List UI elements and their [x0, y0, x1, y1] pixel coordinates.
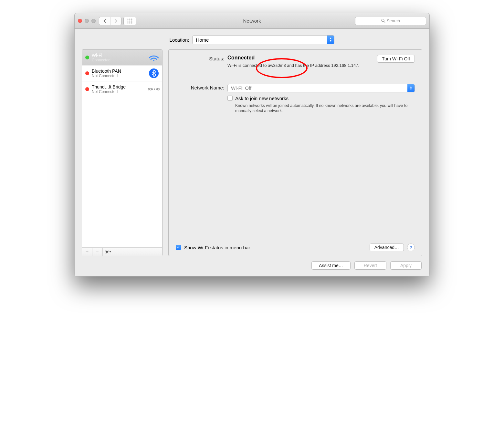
panel-bottom-row: ✓ Show Wi-Fi status in menu bar Advanced… [176, 244, 415, 251]
service-name: Bluetooth PAN [92, 68, 145, 74]
location-row: Location: Home ▲▼ [82, 35, 422, 44]
service-status: Not Connected [92, 89, 145, 94]
traffic-lights [78, 19, 96, 23]
network-name-label: Network Name: [176, 84, 227, 90]
network-name-value: Wi-Fi: Off [231, 85, 251, 91]
status-row: Status: Connected Wi-Fi is connected to … [176, 55, 415, 68]
network-prefpane-window: Network Search Location: Home ▲▼ [74, 13, 430, 276]
revert-button[interactable]: Revert [354, 261, 386, 270]
stepper-icon: ▲▼ [407, 84, 415, 92]
chevron-right-icon [114, 19, 117, 23]
network-name-row: Network Name: Wi-Fi: Off ▲▼ Ask to join … [176, 84, 415, 114]
status-dot-icon [85, 87, 89, 91]
show-wifi-status-checkbox[interactable]: ✓ [176, 245, 181, 250]
location-value: Home [196, 37, 209, 43]
status-value: Connected [227, 55, 372, 61]
turn-wifi-off-button[interactable]: Turn Wi-Fi Off [377, 55, 415, 63]
services-sidebar: Wi-Fi Connected Bluetooth PAN Not Conn [82, 49, 163, 256]
nav-button-group [99, 17, 121, 25]
svg-point-4 [129, 20, 130, 21]
svg-point-5 [131, 20, 132, 21]
status-description: Wi-Fi is connected to aw3s0m3 and has th… [227, 63, 372, 68]
service-item-thunderbolt[interactable]: Thund…lt Bridge Not Connected [82, 81, 162, 97]
service-details-panel: Status: Connected Wi-Fi is connected to … [168, 49, 422, 256]
ask-to-join-label: Ask to join new networks [235, 96, 415, 101]
thunderbolt-bridge-icon [148, 83, 160, 95]
remove-service-button[interactable]: − [92, 248, 103, 256]
svg-point-11 [153, 60, 154, 61]
service-text: Bluetooth PAN Not Connected [92, 68, 145, 78]
network-name-popup[interactable]: Wi-Fi: Off ▲▼ [227, 84, 415, 92]
svg-point-2 [131, 18, 132, 19]
service-item-bluetooth[interactable]: Bluetooth PAN Not Connected [82, 66, 162, 81]
bluetooth-icon [148, 67, 160, 79]
svg-point-13 [150, 88, 152, 90]
svg-point-7 [129, 22, 130, 23]
svg-point-8 [131, 22, 132, 23]
svg-point-1 [129, 18, 130, 19]
svg-line-23 [105, 250, 106, 251]
service-status: Connected [92, 58, 145, 62]
forward-button[interactable] [110, 17, 121, 25]
annotation-circle [256, 58, 308, 78]
service-text: Wi-Fi Connected [92, 53, 145, 62]
show-all-prefs-button[interactable] [123, 17, 136, 25]
service-status: Not Connected [92, 74, 145, 78]
ask-to-join-description: Known networks will be joined automatica… [235, 103, 415, 114]
window-footer: Assist me… Revert Apply [82, 256, 422, 270]
search-icon [381, 19, 385, 23]
chevron-left-icon [103, 19, 106, 23]
svg-point-9 [382, 19, 384, 22]
svg-line-10 [384, 21, 385, 23]
svg-point-3 [127, 20, 128, 21]
close-window-button[interactable] [78, 19, 82, 23]
search-placeholder: Search [387, 18, 400, 23]
apply-button[interactable]: Apply [390, 261, 422, 270]
service-item-wifi[interactable]: Wi-Fi Connected [82, 50, 162, 66]
back-button[interactable] [99, 17, 110, 25]
svg-point-16 [154, 89, 155, 89]
grid-icon [127, 18, 132, 24]
service-actions-menu[interactable] [103, 248, 113, 256]
ask-to-join-checkbox[interactable] [227, 96, 233, 101]
svg-line-25 [105, 253, 106, 253]
svg-point-14 [157, 88, 159, 90]
assist-me-button[interactable]: Assist me… [311, 261, 351, 270]
advanced-button[interactable]: Advanced… [370, 244, 404, 251]
help-button[interactable]: ? [407, 244, 415, 251]
titlebar: Network Search [75, 13, 429, 29]
svg-point-0 [127, 18, 128, 19]
location-popup[interactable]: Home ▲▼ [192, 35, 334, 44]
service-name: Thund…lt Bridge [92, 84, 145, 89]
svg-line-26 [108, 250, 108, 251]
ask-to-join-row: Ask to join new networks Known networks … [227, 96, 415, 114]
wifi-icon [148, 52, 160, 63]
add-service-button[interactable]: ＋ [82, 248, 92, 256]
svg-point-18 [106, 251, 108, 253]
gear-icon [105, 250, 111, 254]
stepper-icon: ▲▼ [327, 36, 334, 44]
sidebar-footer: ＋ − [82, 247, 162, 256]
minimize-window-button[interactable] [85, 19, 89, 23]
search-field[interactable]: Search [355, 17, 426, 25]
zoom-window-button[interactable] [91, 19, 96, 23]
svg-point-15 [152, 89, 153, 89]
svg-point-17 [156, 89, 157, 89]
status-dot-icon [85, 71, 89, 75]
status-dot-icon [85, 56, 89, 59]
services-list: Wi-Fi Connected Bluetooth PAN Not Conn [82, 50, 162, 247]
service-name: Wi-Fi [92, 53, 145, 58]
status-label: Status: [176, 55, 227, 61]
svg-point-6 [127, 22, 128, 23]
show-wifi-status-label: Show Wi-Fi status in menu bar [184, 245, 250, 250]
window-body: Location: Home ▲▼ Wi-Fi Connected [75, 29, 429, 276]
main-content: Wi-Fi Connected Bluetooth PAN Not Conn [82, 49, 422, 256]
service-text: Thund…lt Bridge Not Connected [92, 84, 145, 94]
location-label: Location: [170, 37, 189, 43]
svg-line-24 [108, 253, 108, 253]
